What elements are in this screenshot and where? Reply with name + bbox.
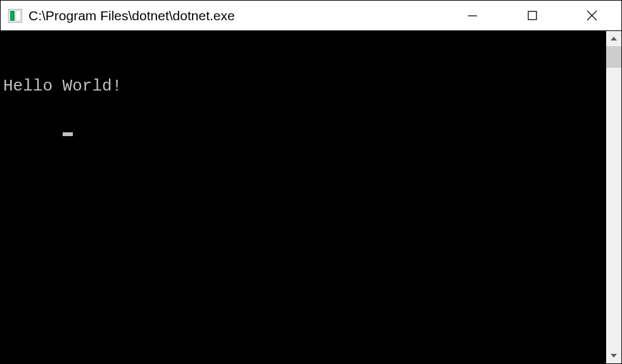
window-controls [443, 1, 621, 30]
minimize-button[interactable] [443, 1, 502, 30]
maximize-button[interactable] [502, 1, 562, 30]
content-area: Hello World! [1, 31, 621, 363]
svg-rect-4 [528, 11, 536, 20]
svg-rect-1 [10, 11, 15, 21]
console-line: Hello World! [3, 76, 604, 97]
app-icon [8, 9, 22, 23]
titlebar: C:\Program Files\dotnet\dotnet.exe [1, 1, 621, 31]
scroll-thumb[interactable] [606, 46, 621, 68]
close-button[interactable] [562, 1, 621, 30]
scroll-track[interactable] [606, 46, 621, 348]
cursor [63, 132, 73, 136]
scroll-down-arrow[interactable] [606, 348, 621, 363]
svg-rect-2 [16, 11, 20, 21]
window-title: C:\Program Files\dotnet\dotnet.exe [29, 8, 443, 23]
scroll-up-arrow[interactable] [606, 31, 621, 46]
vertical-scrollbar[interactable] [606, 31, 621, 363]
console-window: C:\Program Files\dotnet\dotnet.exe [0, 0, 622, 364]
console-output[interactable]: Hello World! [1, 31, 606, 363]
